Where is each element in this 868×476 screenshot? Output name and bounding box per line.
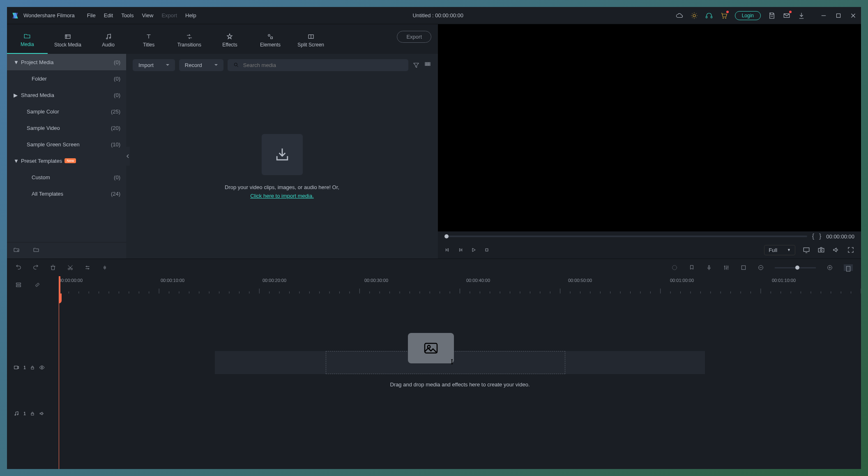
crop-icon[interactable]: [740, 264, 747, 271]
prev-frame-icon[interactable]: [444, 247, 450, 253]
svg-rect-9: [271, 37, 273, 39]
mark-in-icon[interactable]: {: [812, 233, 814, 240]
filter-icon[interactable]: [412, 61, 420, 69]
svg-point-35: [15, 414, 16, 415]
mark-out-icon[interactable]: }: [819, 233, 821, 240]
sun-icon[interactable]: [691, 12, 698, 19]
menu-tools[interactable]: Tools: [117, 12, 138, 18]
tab-label: Titles: [143, 42, 154, 48]
tree-all-templates[interactable]: All Templates(24): [7, 185, 126, 202]
menu-view[interactable]: View: [138, 12, 157, 18]
login-button[interactable]: Login: [735, 11, 761, 20]
cart-icon[interactable]: [720, 12, 728, 19]
import-dropdown[interactable]: Import: [133, 59, 175, 71]
tab-elements[interactable]: Elements: [250, 27, 291, 54]
delete-icon[interactable]: [50, 264, 56, 271]
zoom-slider[interactable]: [775, 267, 816, 268]
zoom-out-icon[interactable]: [757, 264, 764, 271]
next-frame-icon[interactable]: [458, 247, 463, 253]
preview-quality-dropdown[interactable]: Full▼: [764, 245, 795, 255]
menu-edit[interactable]: Edit: [100, 12, 117, 18]
cloud-icon[interactable]: [676, 12, 683, 19]
tab-titles[interactable]: Titles: [129, 27, 169, 54]
tab-transitions[interactable]: Transitions: [169, 27, 210, 54]
play-icon[interactable]: [471, 247, 477, 253]
menu-file[interactable]: File: [83, 12, 100, 18]
maximize-icon[interactable]: [835, 12, 842, 19]
ruler-label: 00:00:20:00: [262, 278, 286, 283]
search-input[interactable]: [243, 62, 403, 68]
manage-tracks-icon[interactable]: [15, 282, 22, 288]
fullscreen-icon[interactable]: [847, 246, 854, 254]
minimize-icon[interactable]: [820, 12, 827, 19]
save-icon[interactable]: [768, 12, 776, 19]
render-icon[interactable]: [671, 264, 678, 271]
audio-track-header[interactable]: 1: [7, 402, 58, 425]
tree-preset-templates[interactable]: ▼Preset TemplatesNew: [7, 153, 126, 169]
tree-sample-color[interactable]: Sample Color(25): [7, 103, 126, 120]
voiceover-icon[interactable]: [706, 264, 712, 271]
audio-edit-icon[interactable]: [101, 264, 108, 271]
undo-icon[interactable]: [15, 264, 22, 271]
tab-split-screen[interactable]: Split Screen: [290, 27, 331, 54]
redo-icon[interactable]: [32, 264, 39, 271]
svg-rect-18: [486, 249, 488, 251]
svg-rect-16: [427, 65, 428, 66]
svg-point-6: [106, 38, 107, 39]
cut-icon[interactable]: [67, 264, 74, 271]
ruler-label: 00:00:50:00: [568, 278, 592, 283]
tab-audio[interactable]: Audio: [88, 27, 129, 54]
menu-export[interactable]: Export: [157, 12, 181, 18]
mail-icon[interactable]: [783, 12, 790, 19]
grid-view-icon[interactable]: [424, 61, 431, 69]
search-box[interactable]: [228, 59, 408, 71]
preview-scrubber[interactable]: [444, 236, 807, 237]
lock-icon[interactable]: [30, 411, 35, 416]
headphones-icon[interactable]: [705, 12, 713, 19]
tree-folder[interactable]: Folder(0): [7, 70, 126, 87]
timeline-drop-slot[interactable]: [215, 351, 705, 374]
folder-icon[interactable]: [32, 247, 40, 255]
close-icon[interactable]: [850, 12, 857, 19]
mute-icon[interactable]: [39, 411, 45, 416]
tree-sample-green[interactable]: Sample Green Screen(10): [7, 136, 126, 153]
export-button[interactable]: Export: [397, 31, 431, 43]
link-icon[interactable]: [34, 282, 41, 288]
media-drop-zone[interactable]: Drop your video clips, images, or audio …: [126, 76, 438, 259]
document-title: Untitled : 00:00:00:00: [200, 12, 676, 18]
tree-project-media[interactable]: ▼Project Media(0): [7, 54, 126, 70]
ruler-label: 00:00:10:00: [161, 278, 184, 283]
lock-icon[interactable]: [30, 365, 35, 370]
adjust-icon[interactable]: [84, 264, 91, 271]
main-tabs: Media Stock Media Audio Titles Transitio…: [7, 24, 438, 54]
tab-stock-media[interactable]: Stock Media: [48, 27, 88, 54]
svg-point-7: [109, 37, 111, 39]
zoom-fit-icon[interactable]: [844, 264, 853, 271]
visibility-icon[interactable]: [39, 365, 45, 370]
video-track-header[interactable]: 1: [7, 356, 58, 379]
stop-icon[interactable]: [484, 247, 490, 253]
marker-icon[interactable]: [688, 264, 695, 271]
download-icon[interactable]: [798, 12, 805, 19]
tab-media[interactable]: Media: [7, 27, 48, 54]
tree-sample-video[interactable]: Sample Video(20): [7, 120, 126, 136]
record-dropdown[interactable]: Record: [179, 59, 223, 71]
zoom-in-icon[interactable]: [827, 264, 833, 271]
svg-rect-13: [427, 62, 428, 64]
new-folder-icon[interactable]: [13, 247, 20, 255]
collapse-handle[interactable]: [126, 147, 130, 166]
volume-icon[interactable]: [832, 246, 840, 254]
svg-rect-26: [741, 266, 745, 269]
import-link[interactable]: Click here to import media.: [250, 193, 314, 199]
mixer-icon[interactable]: [723, 264, 730, 271]
tree-custom[interactable]: Custom(0): [7, 169, 126, 185]
svg-rect-14: [429, 62, 430, 64]
tab-effects[interactable]: Effects: [210, 27, 250, 54]
snapshot-icon[interactable]: [817, 246, 825, 254]
display-icon[interactable]: [803, 246, 810, 254]
ruler-label: 00:01:00:00: [670, 278, 694, 283]
timeline-tracks[interactable]: 00:00:00:0000:00:10:0000:00:20:0000:00:3…: [59, 276, 861, 469]
timeline-ruler[interactable]: 00:00:00:0000:00:10:0000:00:20:0000:00:3…: [59, 276, 861, 293]
tree-shared-media[interactable]: ▶Shared Media(0): [7, 87, 126, 103]
menu-help[interactable]: Help: [181, 12, 200, 18]
